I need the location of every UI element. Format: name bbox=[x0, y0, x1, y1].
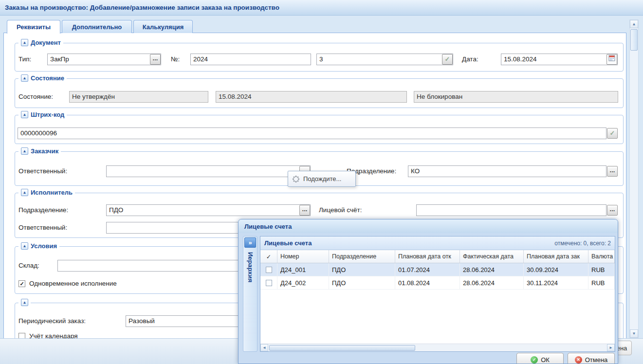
personal-account-label: Лицевой счёт: bbox=[319, 204, 362, 216]
v-scroll-thumb[interactable] bbox=[630, 29, 638, 51]
state-status-display: Не утверждён bbox=[69, 91, 208, 103]
personal-account-lookup-button[interactable]: ... bbox=[607, 205, 618, 216]
column-header-plan-open[interactable]: Плановая дата отк bbox=[395, 250, 460, 263]
collapse-customer-button[interactable]: ▲ bbox=[21, 147, 28, 155]
window-titlebar: Заказы на производство: Добавление/размн… bbox=[0, 0, 643, 16]
section-barcode-title: Штрих-код bbox=[31, 111, 64, 118]
simultaneous-checkbox[interactable]: ✓ bbox=[18, 280, 25, 287]
customer-division-lookup-button[interactable]: ... bbox=[607, 166, 618, 177]
cell-actual: 28.06.2024 bbox=[460, 263, 524, 276]
h-scroll-thumb[interactable] bbox=[269, 345, 415, 351]
row-checkbox[interactable] bbox=[266, 280, 272, 286]
chevron-up-icon: ▲ bbox=[23, 244, 27, 248]
scroll-left-button[interactable]: ◄ bbox=[260, 344, 268, 351]
checkmark-icon: ✓ bbox=[19, 281, 24, 287]
section-periodic-legend: ▲ bbox=[18, 299, 31, 306]
section-conditions-legend: ▲ Условия bbox=[18, 242, 59, 250]
tab-label: Реквизиты bbox=[17, 23, 51, 31]
periodic-order-label: Периодический заказ: bbox=[18, 315, 86, 327]
table-row[interactable]: Д24_002 ПДО 01.08.2024 28.06.2024 30.11.… bbox=[260, 276, 615, 290]
cancel-label: Отмена bbox=[585, 356, 608, 364]
chevron-up-icon: ▲ bbox=[23, 190, 27, 195]
arrow-down-icon: ▼ bbox=[632, 331, 636, 336]
tab-dopolnitelno[interactable]: Дополнительно bbox=[62, 20, 132, 33]
section-document-title: Документ bbox=[31, 39, 61, 46]
collapse-barcode-button[interactable]: ▲ bbox=[21, 111, 28, 118]
cell-plan-close: 30.09.2024 bbox=[524, 263, 588, 276]
column-header-number[interactable]: Номер bbox=[277, 250, 329, 263]
table-row[interactable]: Д24_001 ПДО 01.07.2024 28.06.2024 30.09.… bbox=[260, 263, 615, 276]
wait-text: Подождите... bbox=[303, 175, 341, 182]
cancel-button[interactable]: ✕ Отмена bbox=[568, 353, 615, 364]
grid-title: Лицевые счета bbox=[264, 239, 554, 247]
state-label: Состояние: bbox=[18, 91, 53, 103]
collapse-executor-button[interactable]: ▲ bbox=[21, 189, 28, 196]
column-header-plan-close[interactable]: Плановая дата зак bbox=[524, 250, 588, 263]
column-header-check[interactable]: ✓ bbox=[260, 250, 277, 263]
column-header-division[interactable]: Подразделение bbox=[329, 250, 395, 263]
row-check-cell bbox=[260, 263, 277, 276]
column-header-actual[interactable]: Фактическая дата bbox=[460, 250, 524, 263]
type-input[interactable]: ЗакПр bbox=[47, 54, 161, 65]
arrow-left-icon: ◄ bbox=[262, 346, 266, 350]
tab-label: Дополнительно bbox=[72, 23, 122, 31]
cancel-icon: ✕ bbox=[575, 356, 582, 364]
type-lookup-button[interactable]: ... bbox=[150, 54, 161, 65]
dialog-titlebar[interactable]: Лицевые счета bbox=[239, 219, 618, 233]
number-confirm-button[interactable]: ✓ bbox=[442, 54, 453, 65]
barcode-input[interactable]: 0000000096 bbox=[18, 127, 606, 139]
chevron-up-icon: ▲ bbox=[23, 300, 27, 305]
date-picker-button[interactable] bbox=[606, 54, 617, 65]
expand-hierarchy-button[interactable]: » bbox=[244, 237, 256, 248]
number-input[interactable]: 3 bbox=[316, 54, 453, 65]
executor-division-input[interactable]: ПДО bbox=[106, 204, 311, 216]
chevrons-right-icon: » bbox=[248, 239, 252, 246]
collapse-state-button[interactable]: ▲ bbox=[21, 74, 28, 82]
cell-division: ПДО bbox=[329, 276, 395, 289]
tab-rekvizity[interactable]: Реквизиты bbox=[7, 20, 60, 34]
customer-division-input[interactable]: КО bbox=[408, 165, 606, 177]
accounts-dialog: Лицевые счета » Иерархия Лицевые счета о… bbox=[238, 219, 618, 364]
collapse-periodic-button[interactable]: ▲ bbox=[21, 299, 28, 306]
scroll-down-button[interactable]: ▼ bbox=[630, 329, 638, 338]
date-input[interactable]: 15.08.2024 bbox=[501, 54, 618, 65]
scroll-right-button[interactable]: ► bbox=[607, 344, 615, 351]
section-customer-legend: ▲ Заказчик bbox=[18, 147, 61, 155]
selection-summary: отмечено: 0, всего: 2 bbox=[554, 240, 611, 247]
collapse-document-button[interactable]: ▲ bbox=[21, 39, 28, 46]
accounts-grid-panel: Лицевые счета отмечено: 0, всего: 2 ✓ Но… bbox=[260, 236, 615, 352]
ellipsis-icon: ... bbox=[153, 55, 158, 62]
barcode-confirm-button[interactable]: ✓ bbox=[607, 128, 618, 139]
scroll-up-button[interactable]: ▲ bbox=[630, 20, 638, 28]
spinner-icon bbox=[292, 175, 300, 183]
simultaneous-label: Одновременное исполнение bbox=[29, 278, 117, 290]
customer-responsible-label: Ответственный: bbox=[18, 165, 67, 177]
ok-button[interactable]: ✓ ОК bbox=[516, 353, 564, 364]
cell-number: Д24_001 bbox=[277, 263, 329, 276]
check-icon: ✓ bbox=[266, 253, 271, 260]
cell-division: ПДО bbox=[329, 263, 395, 276]
executor-division-lookup-button[interactable]: ... bbox=[299, 205, 310, 216]
chevron-up-icon: ▲ bbox=[23, 149, 27, 153]
warehouse-label: Склад: bbox=[18, 260, 39, 272]
section-barcode-legend: ▲ Штрих-код bbox=[18, 111, 67, 118]
row-checkbox[interactable] bbox=[266, 267, 272, 273]
type-label: Тип: bbox=[18, 54, 31, 65]
section-customer-title: Заказчик bbox=[31, 147, 58, 155]
cell-currency: RUB bbox=[588, 263, 615, 276]
cell-number: Д24_002 bbox=[277, 276, 329, 289]
v-scrollbar: ▲ ▼ bbox=[629, 19, 639, 338]
row-check-cell bbox=[260, 276, 277, 289]
customer-responsible-input[interactable] bbox=[106, 165, 311, 177]
chevron-up-icon: ▲ bbox=[23, 76, 27, 80]
ellipsis-icon: ... bbox=[302, 205, 308, 213]
hierarchy-label: Иерархия bbox=[247, 252, 254, 282]
section-state-title: Состояние bbox=[31, 74, 64, 82]
column-header-currency[interactable]: Валюта bbox=[588, 250, 615, 263]
personal-account-input[interactable] bbox=[416, 204, 606, 216]
tab-kalkulyaciya[interactable]: Калькуляция bbox=[133, 20, 193, 33]
cell-plan-open: 01.07.2024 bbox=[395, 263, 460, 276]
collapse-conditions-button[interactable]: ▲ bbox=[21, 242, 28, 250]
wait-popup: Подождите... bbox=[288, 171, 356, 187]
number-year-input[interactable]: 2024 bbox=[190, 54, 311, 65]
